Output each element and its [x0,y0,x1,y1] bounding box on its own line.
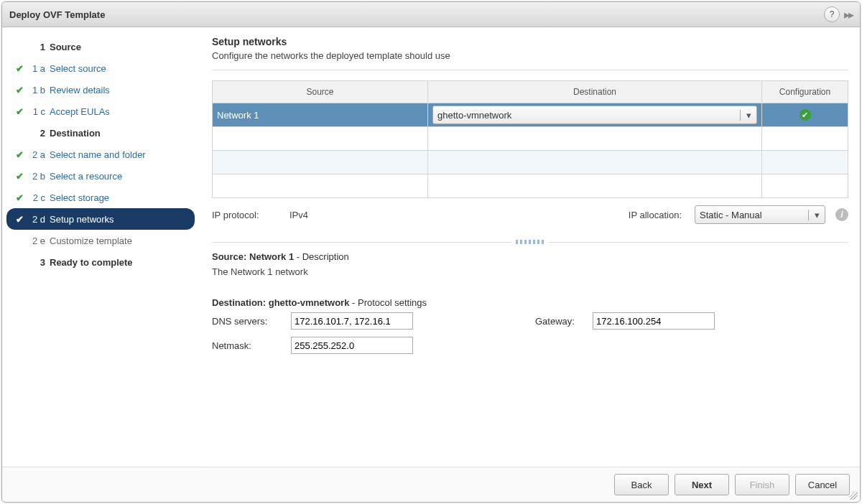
ok-icon: ✔ [800,109,811,121]
step-label: Review details [48,85,110,95]
heading-name: ghetto-vmnetwork [269,297,350,308]
form-row-dns-gateway: DNS servers: Gateway: [212,312,848,330]
step-label: Customize template [48,235,132,246]
step-number: 1 b [28,85,48,95]
check-icon: ✔ [11,85,28,95]
heading-name: Network 1 [249,251,294,262]
check-icon: ✔ [11,171,28,182]
chevron-down-icon: ▾ [808,210,825,220]
ip-protocol-label: IP protocol: [212,210,284,220]
netmask-input[interactable] [291,337,413,354]
step-number: 2 b [28,171,48,182]
destination-dropdown[interactable]: ghetto-vmnetwork ▾ [432,106,757,124]
netmask-label: Netmask: [212,340,291,351]
page-subtitle: Configure the networks the deployed temp… [212,47,848,70]
step-label: Destination [48,128,101,139]
step-label: Select source [48,63,106,74]
dns-input[interactable] [291,312,413,330]
sidebar-step-select-source[interactable]: ✔ 1 a Select source [6,57,200,79]
cell-config: ✔ [762,103,848,127]
dialog-window: Deploy OVF Template ? ▸▸ 1 Source ✔ 1 a … [1,1,861,503]
sidebar-step-accept-eulas[interactable]: ✔ 1 c Accept EULAs [6,101,200,122]
check-icon: ✔ [11,149,28,160]
resize-handle[interactable] [849,491,858,500]
destination-section-heading: Destination: ghetto-vmnetwork - Protocol… [212,297,848,308]
sidebar-group-source: 1 Source [6,36,200,57]
expand-icon[interactable]: ▸▸ [844,8,853,22]
sidebar-step-setup-networks[interactable]: ✔ 2 d Setup networks [6,208,195,230]
footer: Back Next Finish Cancel [2,467,860,502]
col-destination[interactable]: Destination [428,81,762,103]
dns-label: DNS servers: [212,316,291,327]
step-label: Select name and folder [48,149,146,160]
step-label: Accept EULAs [48,106,110,117]
step-number: 2 a [28,149,48,160]
info-icon[interactable]: i [835,208,848,221]
check-icon: ✔ [11,192,28,203]
cell-destination: ghetto-vmnetwork ▾ [428,103,762,127]
sidebar-step-select-name-folder[interactable]: ✔ 2 a Select name and folder [6,144,200,165]
table-row[interactable] [213,151,848,174]
dropdown-value: ghetto-vmnetwork [433,110,740,121]
networks-table: Source Destination Configuration Network… [212,80,848,198]
step-number: 1 c [28,106,48,117]
source-description: The Network 1 network [212,266,848,277]
gateway-input[interactable] [593,312,715,330]
heading-suffix: - Protocol settings [349,297,427,308]
sidebar-step-select-storage[interactable]: ✔ 2 c Select storage [6,187,200,208]
heading-prefix: Source: [212,251,249,262]
back-button[interactable]: Back [614,474,669,495]
step-label: Source [48,42,81,52]
step-label: Ready to complete [48,257,133,268]
dropdown-value: Static - Manual [695,210,808,220]
check-icon: ✔ [11,106,28,117]
next-button[interactable]: Next [675,474,729,495]
chevron-down-icon: ▾ [740,110,756,121]
cancel-button[interactable]: Cancel [795,474,850,495]
sidebar-group-ready: 3 Ready to complete [6,251,200,273]
main-panel: Setup networks Configure the networks th… [200,27,860,467]
col-configuration[interactable]: Configuration [762,81,848,103]
check-icon: ✔ [11,214,28,225]
step-label: Setup networks [48,214,114,225]
ip-allocation-label: IP allocation: [629,210,682,220]
ip-protocol-value: IPv4 [289,210,347,220]
sidebar-step-select-resource[interactable]: ✔ 2 b Select a resource [6,165,200,187]
step-number: 2 d [28,214,48,225]
divider [212,70,848,70]
sidebar-step-customize-template[interactable]: 2 e Customize template [6,230,200,251]
step-number: 2 c [28,192,48,203]
check-icon: ✔ [11,63,28,74]
body: 1 Source ✔ 1 a Select source ✔ 1 b Revie… [2,27,860,467]
sidebar-group-destination: 2 Destination [6,122,200,144]
step-number: 2 e [28,235,48,246]
step-number: 1 [28,42,48,52]
step-number: 2 [28,128,48,139]
cell-source: Network 1 [213,103,428,127]
separator [212,240,848,244]
title-bar: Deploy OVF Template ? ▸▸ [2,2,860,27]
step-number: 1 a [28,63,48,74]
step-number: 3 [28,257,48,268]
table-row[interactable] [213,127,848,151]
finish-button: Finish [735,474,789,495]
sidebar-step-review-details[interactable]: ✔ 1 b Review details [6,79,200,101]
col-source[interactable]: Source [213,81,428,103]
source-section-heading: Source: Network 1 - Description [212,251,848,262]
step-label: Select storage [48,192,109,203]
ip-allocation-dropdown[interactable]: Static - Manual ▾ [695,205,825,224]
window-title: Deploy OVF Template [9,9,824,20]
form-row-netmask: Netmask: [212,337,848,354]
heading-prefix: Destination: [212,297,269,308]
step-label: Select a resource [48,171,122,182]
grip-icon[interactable] [516,240,544,244]
help-icon[interactable]: ? [824,6,840,22]
gateway-label: Gateway: [535,316,593,327]
table-row[interactable] [213,174,848,198]
wizard-sidebar: 1 Source ✔ 1 a Select source ✔ 1 b Revie… [2,27,200,467]
heading-suffix: - Description [294,251,349,262]
ip-row: IP protocol: IPv4 IP allocation: Static … [212,205,848,224]
page-title: Setup networks [212,36,848,47]
table-row[interactable]: Network 1 ghetto-vmnetwork ▾ ✔ [213,103,848,127]
